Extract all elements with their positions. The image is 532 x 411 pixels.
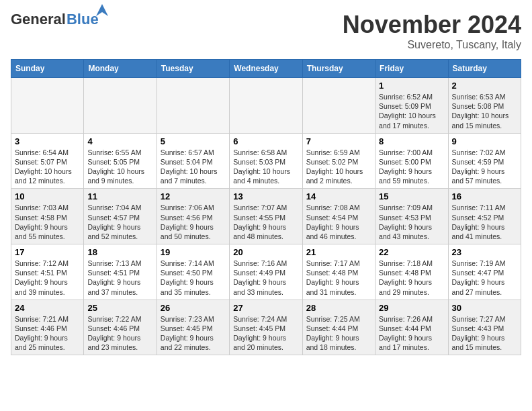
calendar-day-header: Saturday: [448, 60, 521, 78]
day-number: 23: [452, 247, 517, 257]
day-info: Sunrise: 7:14 AM Sunset: 4:50 PM Dayligh…: [161, 259, 226, 297]
day-number: 16: [452, 191, 517, 201]
logo-blue-text: Blue: [66, 11, 99, 28]
calendar-day-cell: 26Sunrise: 7:23 AM Sunset: 4:45 PM Dayli…: [157, 300, 229, 355]
day-number: 28: [306, 303, 371, 313]
calendar-day-cell: [230, 78, 302, 134]
calendar-day-cell: 4Sunrise: 6:55 AM Sunset: 5:05 PM Daylig…: [84, 133, 157, 189]
month-title: November 2024: [343, 11, 521, 39]
day-info: Sunrise: 6:52 AM Sunset: 5:09 PM Dayligh…: [379, 92, 444, 130]
calendar-day-header: Tuesday: [157, 60, 229, 78]
calendar-day-cell: 12Sunrise: 7:06 AM Sunset: 4:56 PM Dayli…: [157, 189, 229, 244]
calendar-day-header: Wednesday: [230, 60, 302, 78]
day-info: Sunrise: 7:11 AM Sunset: 4:52 PM Dayligh…: [452, 203, 517, 241]
day-number: 4: [87, 136, 152, 146]
day-info: Sunrise: 7:26 AM Sunset: 4:44 PM Dayligh…: [379, 314, 444, 353]
calendar-day-cell: [302, 78, 375, 134]
calendar-day-cell: 17Sunrise: 7:12 AM Sunset: 4:51 PM Dayli…: [11, 244, 84, 300]
day-number: 11: [87, 191, 152, 201]
day-info: Sunrise: 6:59 AM Sunset: 5:02 PM Dayligh…: [306, 148, 371, 186]
day-number: 7: [306, 136, 371, 146]
calendar-day-cell: 10Sunrise: 7:03 AM Sunset: 4:58 PM Dayli…: [11, 189, 84, 244]
day-info: Sunrise: 7:19 AM Sunset: 4:47 PM Dayligh…: [452, 259, 517, 297]
calendar-week-row: 3Sunrise: 6:54 AM Sunset: 5:07 PM Daylig…: [11, 133, 521, 189]
day-number: 25: [87, 303, 152, 313]
day-info: Sunrise: 7:17 AM Sunset: 4:48 PM Dayligh…: [306, 259, 371, 297]
day-number: 9: [452, 136, 517, 146]
calendar-day-cell: 5Sunrise: 6:57 AM Sunset: 5:04 PM Daylig…: [157, 133, 229, 189]
day-info: Sunrise: 7:24 AM Sunset: 4:45 PM Dayligh…: [233, 314, 298, 353]
day-info: Sunrise: 6:57 AM Sunset: 5:04 PM Dayligh…: [161, 148, 226, 186]
day-number: 2: [452, 81, 517, 91]
logo-general-text: General: [11, 11, 66, 28]
calendar-day-cell: [11, 78, 84, 134]
day-info: Sunrise: 7:18 AM Sunset: 4:48 PM Dayligh…: [379, 259, 444, 297]
calendar-day-cell: 29Sunrise: 7:26 AM Sunset: 4:44 PM Dayli…: [375, 300, 448, 355]
calendar-day-cell: 19Sunrise: 7:14 AM Sunset: 4:50 PM Dayli…: [157, 244, 229, 300]
day-info: Sunrise: 7:13 AM Sunset: 4:51 PM Dayligh…: [87, 259, 152, 297]
day-info: Sunrise: 7:08 AM Sunset: 4:54 PM Dayligh…: [306, 203, 371, 241]
day-number: 22: [379, 247, 444, 257]
calendar-day-cell: 21Sunrise: 7:17 AM Sunset: 4:48 PM Dayli…: [302, 244, 375, 300]
title-block: November 2024 Suvereto, Tuscany, Italy: [343, 11, 521, 51]
logo-bird-icon: [96, 4, 108, 16]
day-number: 14: [306, 191, 371, 201]
day-info: Sunrise: 7:25 AM Sunset: 4:44 PM Dayligh…: [306, 314, 371, 353]
day-number: 19: [161, 247, 226, 257]
calendar-day-cell: 3Sunrise: 6:54 AM Sunset: 5:07 PM Daylig…: [11, 133, 84, 189]
day-number: 10: [15, 191, 80, 201]
calendar-day-cell: [84, 78, 157, 134]
svg-marker-0: [96, 4, 108, 16]
day-number: 5: [161, 136, 226, 146]
day-number: 24: [15, 303, 80, 313]
calendar-day-header: Monday: [84, 60, 157, 78]
day-number: 13: [233, 191, 298, 201]
day-info: Sunrise: 6:54 AM Sunset: 5:07 PM Dayligh…: [15, 148, 80, 186]
calendar-day-cell: 24Sunrise: 7:21 AM Sunset: 4:46 PM Dayli…: [11, 300, 84, 355]
calendar-day-cell: 14Sunrise: 7:08 AM Sunset: 4:54 PM Dayli…: [302, 189, 375, 244]
page-header: General Blue November 2024 Suvereto, Tus…: [11, 11, 521, 51]
day-info: Sunrise: 7:16 AM Sunset: 4:49 PM Dayligh…: [233, 259, 298, 297]
calendar-day-cell: 20Sunrise: 7:16 AM Sunset: 4:49 PM Dayli…: [230, 244, 302, 300]
day-info: Sunrise: 7:04 AM Sunset: 4:57 PM Dayligh…: [87, 203, 152, 241]
day-info: Sunrise: 7:00 AM Sunset: 5:00 PM Dayligh…: [379, 148, 444, 186]
calendar-day-cell: 2Sunrise: 6:53 AM Sunset: 5:08 PM Daylig…: [448, 78, 521, 134]
calendar-week-row: 10Sunrise: 7:03 AM Sunset: 4:58 PM Dayli…: [11, 189, 521, 244]
day-number: 1: [379, 81, 444, 91]
calendar-week-row: 17Sunrise: 7:12 AM Sunset: 4:51 PM Dayli…: [11, 244, 521, 300]
day-info: Sunrise: 7:09 AM Sunset: 4:53 PM Dayligh…: [379, 203, 444, 241]
day-number: 17: [15, 247, 80, 257]
day-info: Sunrise: 7:21 AM Sunset: 4:46 PM Dayligh…: [15, 314, 80, 353]
day-info: Sunrise: 7:07 AM Sunset: 4:55 PM Dayligh…: [233, 203, 298, 241]
calendar-day-cell: 30Sunrise: 7:27 AM Sunset: 4:43 PM Dayli…: [448, 300, 521, 355]
day-info: Sunrise: 7:06 AM Sunset: 4:56 PM Dayligh…: [161, 203, 226, 241]
logo: General Blue: [11, 11, 99, 28]
calendar-day-header: Friday: [375, 60, 448, 78]
calendar-day-cell: 23Sunrise: 7:19 AM Sunset: 4:47 PM Dayli…: [448, 244, 521, 300]
calendar-day-cell: 9Sunrise: 7:02 AM Sunset: 4:59 PM Daylig…: [448, 133, 521, 189]
day-number: 30: [452, 303, 517, 313]
day-info: Sunrise: 7:03 AM Sunset: 4:58 PM Dayligh…: [15, 203, 80, 241]
calendar-table: SundayMondayTuesdayWednesdayThursdayFrid…: [11, 59, 521, 355]
day-info: Sunrise: 6:53 AM Sunset: 5:08 PM Dayligh…: [452, 92, 517, 130]
day-number: 20: [233, 247, 298, 257]
day-number: 29: [379, 303, 444, 313]
calendar-day-cell: [157, 78, 229, 134]
calendar-day-cell: 25Sunrise: 7:22 AM Sunset: 4:46 PM Dayli…: [84, 300, 157, 355]
day-info: Sunrise: 7:22 AM Sunset: 4:46 PM Dayligh…: [87, 314, 152, 353]
calendar-day-cell: 7Sunrise: 6:59 AM Sunset: 5:02 PM Daylig…: [302, 133, 375, 189]
location-subtitle: Suvereto, Tuscany, Italy: [343, 39, 521, 51]
day-number: 27: [233, 303, 298, 313]
day-number: 15: [379, 191, 444, 201]
calendar-day-header: Thursday: [302, 60, 375, 78]
calendar-day-cell: 6Sunrise: 6:58 AM Sunset: 5:03 PM Daylig…: [230, 133, 302, 189]
day-number: 6: [233, 136, 298, 146]
calendar-day-cell: 22Sunrise: 7:18 AM Sunset: 4:48 PM Dayli…: [375, 244, 448, 300]
day-info: Sunrise: 7:02 AM Sunset: 4:59 PM Dayligh…: [452, 148, 517, 186]
day-info: Sunrise: 7:23 AM Sunset: 4:45 PM Dayligh…: [161, 314, 226, 353]
calendar-day-cell: 1Sunrise: 6:52 AM Sunset: 5:09 PM Daylig…: [375, 78, 448, 134]
calendar-day-cell: 15Sunrise: 7:09 AM Sunset: 4:53 PM Dayli…: [375, 189, 448, 244]
calendar-day-cell: 27Sunrise: 7:24 AM Sunset: 4:45 PM Dayli…: [230, 300, 302, 355]
day-number: 18: [87, 247, 152, 257]
calendar-header-row: SundayMondayTuesdayWednesdayThursdayFrid…: [11, 60, 521, 78]
